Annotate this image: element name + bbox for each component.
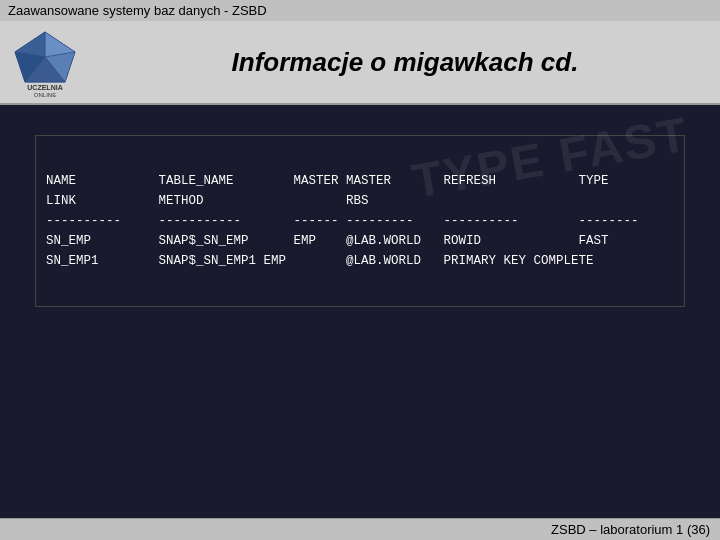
code-line-4: SN_EMP SNAP$_SN_EMP EMP @LAB.WORLD ROWID… — [46, 234, 609, 248]
svg-text:UCZELNIA: UCZELNIA — [27, 84, 62, 91]
code-line-5: SN_EMP1 SNAP$_SN_EMP1 EMP @LAB.WORLD PRI… — [46, 254, 594, 268]
code-line-2: LINK METHOD RBS — [46, 194, 369, 208]
main-content: NAME TABLE_NAME MASTER MASTER REFRESH TY… — [0, 105, 720, 327]
top-bar-title: Zaawansowane systemy baz danych - ZSBD — [8, 3, 267, 18]
logo: UCZELNIA ONLINE — [10, 27, 80, 97]
footer-text: ZSBD – laboratorium 1 (36) — [551, 522, 710, 537]
top-bar: Zaawansowane systemy baz danych - ZSBD — [0, 0, 720, 21]
header-title: Informacje o migawkach cd. — [100, 47, 710, 78]
code-block: NAME TABLE_NAME MASTER MASTER REFRESH TY… — [35, 135, 685, 307]
code-line-3: ---------- ----------- ------ --------- … — [46, 214, 639, 228]
svg-text:ONLINE: ONLINE — [34, 92, 56, 97]
footer: ZSBD – laboratorium 1 (36) — [0, 518, 720, 540]
header: UCZELNIA ONLINE Informacje o migawkach c… — [0, 21, 720, 105]
code-line-1: NAME TABLE_NAME MASTER MASTER REFRESH TY… — [46, 174, 609, 188]
